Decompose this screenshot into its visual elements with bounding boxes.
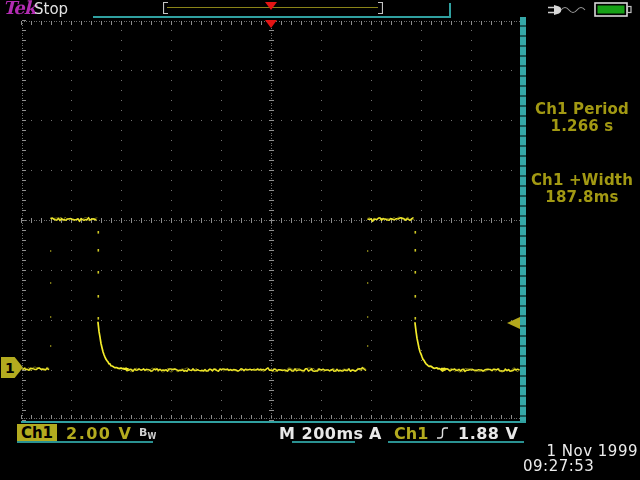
display-top-line (93, 16, 451, 18)
channel-number: 1 (5, 360, 15, 376)
trigger-level-arrow-icon (507, 317, 521, 330)
timebase-underline (292, 441, 355, 443)
record-view-right-bracket (377, 2, 383, 14)
channel1-readout-badge: Ch1 (17, 424, 57, 442)
graticule-bottom-border (21, 421, 526, 423)
trigger-slope-rising-icon (436, 426, 449, 440)
record-view-left-bracket (163, 2, 169, 14)
acquisition-state: Stop (34, 0, 68, 18)
time-readout: 09:27:53 (523, 457, 594, 475)
measurement-2-label: Ch1 +Width (526, 171, 638, 189)
display-top-line-riser (449, 3, 451, 16)
bandwidth-limit-icon: BW (139, 426, 156, 441)
graticule-right-border (520, 17, 526, 422)
trigger-position-icon (265, 2, 277, 10)
oscilloscope-screen: Tek Stop 1 Ch1 Period 1.266 s Ch1 +Width… (0, 0, 640, 480)
graticule-and-waveform-canvas (0, 0, 640, 480)
battery-icon (594, 2, 632, 18)
trigger-underline (388, 441, 524, 443)
measurement-1-value: 1.266 s (526, 117, 638, 135)
power-plug-icon (547, 2, 592, 18)
trigger-type-label: A (369, 424, 381, 443)
tek-logo: Tek (3, 0, 35, 18)
trigger-position-marker-icon (265, 20, 277, 28)
channel1-underline (17, 441, 153, 443)
bw-sub-letter: W (147, 432, 156, 441)
measurement-2-value: 187.8ms (526, 188, 638, 206)
measurement-1-label: Ch1 Period (526, 100, 638, 118)
